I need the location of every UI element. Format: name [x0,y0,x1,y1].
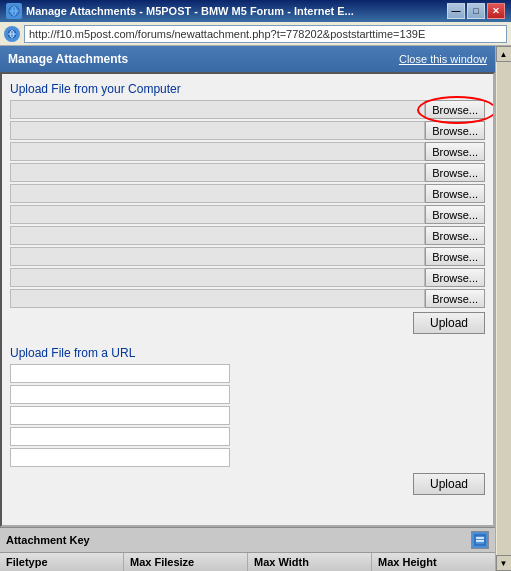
file-input-3[interactable] [10,142,425,161]
file-input-4[interactable] [10,163,425,182]
browse-button-1[interactable]: Browse... [425,100,485,119]
address-input[interactable] [24,25,507,43]
file-upload-row: Browse... [10,163,485,182]
right-scrollbar[interactable]: ▲ ▼ [495,46,511,571]
window-close-button[interactable]: ✕ [487,3,505,19]
title-bar-left: Manage Attachments - M5POST - BMW M5 For… [6,3,354,19]
file-input-5[interactable] [10,184,425,203]
file-upload-row: Browse... [10,100,485,119]
file-upload-row: Browse... [10,247,485,266]
key-table-header: Filetype Max Filesize Max Width Max Heig… [0,552,495,571]
browse-button-2[interactable]: Browse... [425,121,485,140]
col-max-filesize: Max Filesize [124,553,248,571]
window-title: Manage Attachments - M5POST - BMW M5 For… [26,5,354,17]
col-max-width: Max Width [248,553,372,571]
scroll-track[interactable] [497,62,511,555]
collapse-icon[interactable] [471,531,489,549]
window-body: Manage Attachments Close this window Upl… [0,46,511,571]
window-controls[interactable]: — □ ✕ [447,3,505,19]
attachment-key-section: Attachment Key [0,527,495,552]
browse-button-10[interactable]: Browse... [425,289,485,308]
minimize-button[interactable]: — [447,3,465,19]
upload-computer-button[interactable]: Upload [413,312,485,334]
first-browse-wrapper: Browse... [425,100,485,119]
col-max-height: Max Height [372,553,495,571]
url-input-1[interactable] [10,364,230,383]
maximize-button[interactable]: □ [467,3,485,19]
file-input-9[interactable] [10,268,425,287]
manage-attachments-header: Manage Attachments Close this window [0,46,495,72]
file-upload-row: Browse... [10,268,485,287]
file-input-10[interactable] [10,289,425,308]
browse-button-9[interactable]: Browse... [425,268,485,287]
upload-url-title: Upload File from a URL [10,346,485,360]
file-rows-container: Browse... Browse... Browse... Brow [10,100,485,308]
file-upload-row: Browse... [10,142,485,161]
file-input-2[interactable] [10,121,425,140]
file-upload-row: Browse... [10,226,485,245]
url-input-2[interactable] [10,385,230,404]
svg-rect-6 [475,535,485,545]
title-bar: Manage Attachments - M5POST - BMW M5 For… [0,0,511,22]
url-inputs-container [10,364,485,467]
file-upload-row: Browse... [10,205,485,224]
browse-button-7[interactable]: Browse... [425,226,485,245]
scroll-up-arrow[interactable]: ▲ [496,46,512,62]
browse-button-8[interactable]: Browse... [425,247,485,266]
upload-url-button[interactable]: Upload [413,473,485,495]
browse-button-3[interactable]: Browse... [425,142,485,161]
file-upload-row: Browse... [10,121,485,140]
file-input-6[interactable] [10,205,425,224]
file-input-1[interactable] [10,100,425,119]
scroll-down-arrow[interactable]: ▼ [496,555,512,571]
file-upload-row: Browse... [10,289,485,308]
upload-url-section: Upload File from a URL Upload [10,346,485,495]
browse-button-6[interactable]: Browse... [425,205,485,224]
url-input-3[interactable] [10,406,230,425]
file-input-8[interactable] [10,247,425,266]
address-bar [0,22,511,46]
browse-button-4[interactable]: Browse... [425,163,485,182]
upload-url-actions: Upload [10,471,485,495]
file-upload-row: Browse... [10,184,485,203]
url-input-4[interactable] [10,427,230,446]
col-filetype: Filetype [0,553,124,571]
upload-computer-section: Upload File from your Computer Browse... [10,82,485,334]
upload-computer-actions: Upload [10,310,485,334]
content-area: Manage Attachments Close this window Upl… [0,46,495,571]
close-window-link[interactable]: Close this window [399,53,487,65]
browser-icon [6,3,22,19]
manage-attachments-title: Manage Attachments [8,52,128,66]
address-icon [4,26,20,42]
browse-button-5[interactable]: Browse... [425,184,485,203]
inner-content: Upload File from your Computer Browse... [0,72,495,527]
url-input-5[interactable] [10,448,230,467]
file-input-7[interactable] [10,226,425,245]
attachment-key-title: Attachment Key [6,534,90,546]
upload-computer-title: Upload File from your Computer [10,82,485,96]
